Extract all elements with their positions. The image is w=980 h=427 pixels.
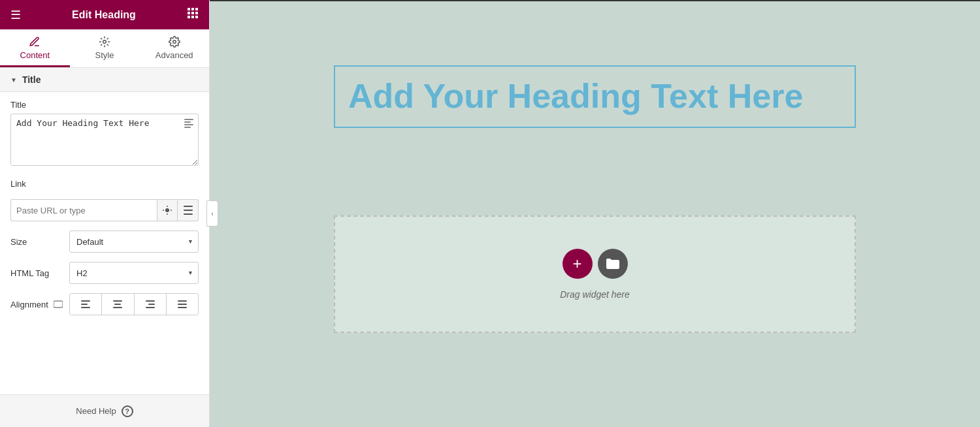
svg-rect-22 [81,307,90,308]
panel-content: ▼ Title Title Add Your Heading Text Here [0,68,209,427]
svg-rect-16 [184,206,193,207]
section-title-body: Title Add Your Heading Text Here Link [0,92,209,332]
align-center-btn[interactable] [102,294,134,315]
align-left-btn[interactable] [70,294,102,315]
size-label: Size [10,237,69,247]
link-input[interactable] [10,199,157,221]
svg-rect-3 [188,12,190,14]
sidebar-footer: Need Help ? [0,394,209,427]
text-align-icon [184,119,193,130]
chevron-down-icon: ▼ [10,76,17,84]
align-right-btn[interactable] [135,294,167,315]
html-tag-row: HTML Tag H1 H2 H3 H4 H5 H6 div span p [10,262,199,284]
svg-rect-17 [184,210,193,211]
folder-button[interactable] [598,249,628,279]
svg-rect-6 [188,16,190,18]
svg-rect-24 [114,304,121,305]
title-textarea-wrapper: Add Your Heading Text Here [10,114,199,168]
grid-icon[interactable] [187,7,199,22]
size-select[interactable]: Default Small Medium Large XL XXL [69,230,199,253]
svg-rect-7 [191,16,194,18]
heading-widget[interactable]: Add Your Heading Text Here [334,65,856,128]
title-field-label: Title [10,100,199,110]
heading-text: Add Your Heading Text Here [348,77,841,116]
svg-rect-20 [81,300,90,302]
add-widget-button[interactable]: + [563,249,593,279]
svg-rect-4 [191,12,194,14]
alignment-label: Alignment [10,300,69,309]
size-row: Size Default Small Medium Large XL XXL [10,230,199,253]
svg-rect-29 [178,300,187,302]
size-control: Default Small Medium Large XL XXL [69,230,199,253]
svg-rect-2 [195,8,198,10]
svg-point-15 [165,208,169,212]
svg-rect-19 [54,301,63,308]
section-title-label: Title [22,74,41,85]
svg-rect-0 [188,8,190,10]
svg-rect-18 [184,214,193,215]
align-justify-btn[interactable] [167,294,198,315]
svg-rect-5 [195,12,198,14]
sidebar-header: ☰ Edit Heading [0,0,209,29]
tab-style[interactable]: Style [70,29,140,67]
section-title-header[interactable]: ▼ Title [0,68,209,92]
link-settings-btn[interactable] [157,199,178,221]
svg-rect-27 [148,304,155,305]
html-tag-select-wrapper: H1 H2 H3 H4 H5 H6 div span p [69,262,199,284]
alignment-group [69,293,199,315]
svg-rect-30 [178,304,187,305]
svg-rect-31 [178,307,187,308]
drag-widget-area: + Drag widget here [334,215,856,333]
svg-rect-23 [113,300,122,302]
size-select-wrapper: Default Small Medium Large XL XXL [69,230,199,253]
svg-rect-11 [184,119,193,120]
tabs-bar: Content Style Advanced [0,29,209,68]
svg-point-9 [103,40,106,44]
alignment-control [69,293,199,315]
drag-label: Drag widget here [560,289,630,300]
svg-rect-26 [146,300,155,302]
help-label: Need Help [76,406,116,416]
svg-rect-14 [184,127,191,128]
help-icon[interactable]: ? [122,405,133,417]
svg-rect-12 [184,121,191,123]
svg-rect-13 [184,124,193,125]
svg-rect-1 [191,8,194,10]
hamburger-icon[interactable]: ☰ [10,8,21,22]
svg-rect-8 [195,16,198,18]
sidebar: ☰ Edit Heading Content Style [0,0,210,427]
tab-advanced[interactable]: Advanced [139,29,209,67]
html-tag-select[interactable]: H1 H2 H3 H4 H5 H6 div span p [69,262,199,284]
svg-rect-28 [146,307,155,308]
collapse-handle[interactable]: ‹ [206,200,218,227]
canvas-top-line [210,0,980,1]
html-tag-control: H1 H2 H3 H4 H5 H6 div span p [69,262,199,284]
svg-point-10 [172,40,176,44]
drag-widget-buttons: + [563,249,628,279]
link-input-row [10,199,199,221]
html-tag-label: HTML Tag [10,268,69,278]
title-textarea[interactable]: Add Your Heading Text Here [10,114,199,166]
svg-rect-21 [81,304,88,305]
link-field-label: Link [10,179,199,189]
link-options-btn[interactable] [178,199,199,221]
svg-rect-25 [113,307,122,308]
tab-content[interactable]: Content [0,29,70,67]
canvas: Add Your Heading Text Here + Drag widget… [210,0,980,427]
alignment-row: Alignment [10,293,199,315]
panel-title: Edit Heading [72,9,136,21]
